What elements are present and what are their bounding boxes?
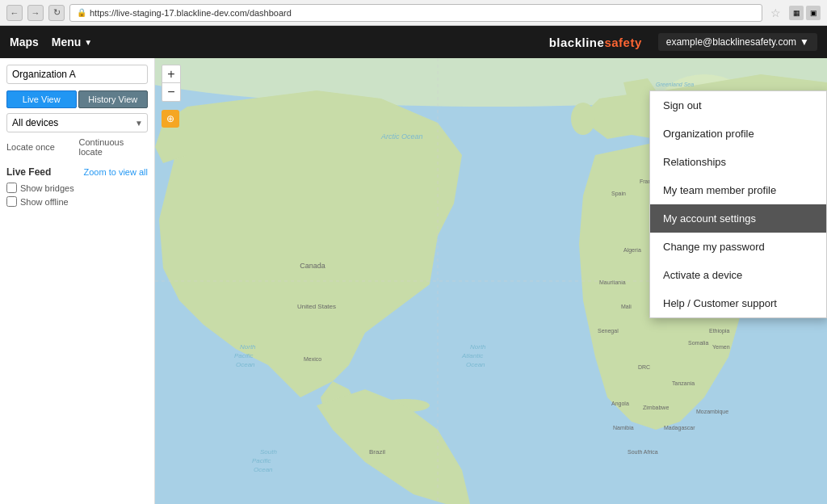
zoom-out-button[interactable]: − xyxy=(162,83,180,101)
user-menu-button[interactable]: example@blacklinesafety.com ▼ xyxy=(658,33,817,51)
svg-text:Mozambique: Mozambique xyxy=(696,409,728,415)
user-email: example@blacklinesafety.com xyxy=(666,36,796,48)
extensions: ▦ ▣ xyxy=(789,6,821,20)
org-selector[interactable] xyxy=(6,65,148,84)
secure-badge: 🔒 xyxy=(77,8,86,17)
maps-link[interactable]: Maps xyxy=(10,36,39,48)
app-logo: blacklinesafety xyxy=(549,36,642,49)
svg-text:Somalia: Somalia xyxy=(688,340,708,346)
svg-text:Mauritania: Mauritania xyxy=(599,279,626,285)
svg-text:Yemen: Yemen xyxy=(712,344,730,350)
continuous-locate-button[interactable]: Continuous locate xyxy=(79,136,149,158)
show-bridges-checkbox[interactable] xyxy=(6,183,17,193)
dropdown-item-account-settings[interactable]: My account settings xyxy=(650,204,826,233)
locate-row: Locate once Continuous locate xyxy=(6,136,148,158)
svg-text:Senegal: Senegal xyxy=(598,328,619,334)
svg-text:Ethiopia: Ethiopia xyxy=(709,328,729,334)
svg-text:North: North xyxy=(240,343,256,351)
show-offline-checkbox[interactable] xyxy=(6,196,17,207)
dropdown-item-activate-device[interactable]: Activate a device xyxy=(650,261,826,289)
dropdown-item-help-support[interactable]: Help / Customer support xyxy=(650,289,826,317)
dropdown-item-sign-out[interactable]: Sign out xyxy=(650,91,826,120)
dropdown-item-org-profile[interactable]: Organization profile xyxy=(650,120,826,148)
svg-text:Madagascar: Madagascar xyxy=(664,425,695,431)
svg-point-4 xyxy=(571,103,595,135)
dropdown-item-team-profile[interactable]: My team member profile xyxy=(650,176,826,204)
view-tabs: Live View History View xyxy=(6,90,148,108)
bookmark-icon[interactable]: ☆ xyxy=(770,6,781,19)
svg-text:Algeria: Algeria xyxy=(623,247,641,254)
zoom-to-view-link[interactable]: Zoom to view all xyxy=(84,167,148,177)
user-dropdown-arrow-icon: ▼ xyxy=(800,36,809,48)
sidebar: Live View History View All devices ▼ Loc… xyxy=(0,58,155,504)
svg-text:South: South xyxy=(260,448,277,456)
menu-label: Menu xyxy=(52,36,82,48)
show-offline-label: Show offline xyxy=(20,197,69,207)
url-bar[interactable]: 🔒 https://live-staging-17.blackline-dev.… xyxy=(69,4,762,22)
dropdown-item-change-password[interactable]: Change my password xyxy=(650,233,826,261)
svg-text:Canada: Canada xyxy=(300,262,325,270)
refresh-button[interactable]: ↻ xyxy=(48,5,65,21)
locate-once-button[interactable]: Locate once xyxy=(6,136,76,158)
svg-text:Pacific: Pacific xyxy=(252,457,271,464)
ext-icon-2: ▣ xyxy=(806,6,821,20)
svg-text:Spain: Spain xyxy=(611,191,626,197)
svg-text:Mali: Mali xyxy=(621,304,632,309)
svg-text:Tanzania: Tanzania xyxy=(672,380,695,386)
url-text: https://live-staging-17.blackline-dev.co… xyxy=(90,8,292,18)
svg-text:Mexico: Mexico xyxy=(304,356,321,362)
svg-text:Namibia: Namibia xyxy=(613,425,634,430)
logo-blackline: blackline xyxy=(549,36,605,49)
svg-text:Greenland Sea: Greenland Sea xyxy=(656,82,694,87)
main-layout: Live View History View All devices ▼ Loc… xyxy=(0,58,827,504)
svg-text:Atlantic: Atlantic xyxy=(461,352,483,359)
menu-arrow-icon: ▼ xyxy=(84,38,92,47)
app-header: Maps Menu ▼ blacklinesafety example@blac… xyxy=(0,26,827,58)
show-offline-row: Show offline xyxy=(0,195,154,208)
browser-chrome: ← → ↻ 🔒 https://live-staging-17.blacklin… xyxy=(0,0,827,26)
svg-text:Brazil: Brazil xyxy=(369,448,385,456)
svg-text:North: North xyxy=(470,343,486,351)
svg-text:DRC: DRC xyxy=(638,364,650,370)
svg-text:United States: United States xyxy=(297,303,336,310)
user-dropdown-menu: Sign outOrganization profileRelationship… xyxy=(649,90,827,318)
live-feed-title: Live Feed xyxy=(6,166,51,178)
show-bridges-row: Show bridges xyxy=(0,181,154,195)
gps-locate-icon[interactable]: ⊕ xyxy=(162,110,179,128)
svg-text:Ocean: Ocean xyxy=(236,361,255,368)
menu-button[interactable]: Menu ▼ xyxy=(52,36,92,48)
back-button[interactable]: ← xyxy=(6,5,23,21)
svg-text:Angola: Angola xyxy=(611,401,629,407)
history-view-tab[interactable]: History View xyxy=(78,90,149,108)
svg-text:South Africa: South Africa xyxy=(628,449,658,455)
svg-text:Pacific: Pacific xyxy=(234,352,254,359)
device-select-wrap: All devices ▼ xyxy=(6,113,148,132)
live-view-tab[interactable]: Live View xyxy=(6,90,77,108)
device-select[interactable]: All devices xyxy=(6,113,148,132)
zoom-in-button[interactable]: + xyxy=(162,65,180,83)
forward-button[interactable]: → xyxy=(27,5,44,21)
ext-icon-1: ▦ xyxy=(789,6,804,20)
svg-text:Arctic Ocean: Arctic Ocean xyxy=(380,132,423,141)
svg-text:Zimbabwe: Zimbabwe xyxy=(643,405,669,410)
map-zoom-controls: + − xyxy=(162,65,181,102)
live-feed-header: Live Feed Zoom to view all xyxy=(0,163,154,181)
show-bridges-label: Show bridges xyxy=(20,183,74,193)
logo-safety: safety xyxy=(604,36,641,49)
svg-text:Ocean: Ocean xyxy=(254,466,273,473)
svg-text:Ocean: Ocean xyxy=(466,361,485,368)
dropdown-item-relationships[interactable]: Relationships xyxy=(650,148,826,176)
